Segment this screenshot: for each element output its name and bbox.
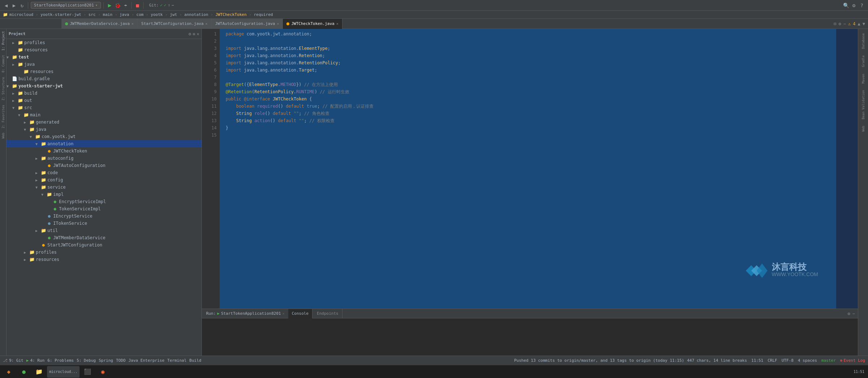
bc-microcloud[interactable]: microcloud bbox=[9, 12, 33, 17]
tab-endpoints[interactable]: Endpoints bbox=[313, 309, 342, 318]
nav-forward-icon[interactable]: ▶ bbox=[11, 2, 17, 9]
nav-up-icon[interactable]: ▲ bbox=[858, 21, 860, 26]
taskbar-postman[interactable]: ◉ bbox=[95, 366, 110, 378]
collapse-icon[interactable]: ≡ bbox=[193, 31, 195, 36]
git-tick-icon[interactable]: ✓ bbox=[164, 3, 166, 8]
settings-icon[interactable]: ⚙ bbox=[851, 2, 857, 9]
run-play-icon[interactable]: ▶ bbox=[217, 311, 220, 316]
taskbar-explorer[interactable]: 📁 bbox=[32, 366, 46, 378]
tab-close-icon[interactable]: ✕ bbox=[205, 22, 208, 26]
tree-item[interactable]: ▼📁annotation bbox=[7, 140, 201, 147]
tree-item[interactable]: ▶📁generated bbox=[7, 119, 201, 126]
close-panel-icon[interactable]: ✕ bbox=[197, 31, 199, 36]
tab-JWTCheckToken[interactable]: JWTCheckToken.java ✕ bbox=[283, 19, 342, 29]
bc-jwtchecktoken[interactable]: JWTCheckToken bbox=[216, 12, 247, 17]
tree-item[interactable]: ▶📁out bbox=[7, 97, 201, 104]
tree-item[interactable]: ▼📁yootk-starter-jwt bbox=[7, 82, 201, 90]
tree-item[interactable]: 📁resources bbox=[7, 68, 201, 75]
tree-item[interactable]: ▶📁profiles bbox=[7, 39, 201, 46]
tree-item[interactable]: ▶📁java bbox=[7, 61, 201, 68]
cog-icon[interactable]: ⚙ bbox=[188, 31, 191, 36]
tab-close-icon[interactable]: ✕ bbox=[277, 22, 279, 26]
run-close-icon[interactable]: ✕ bbox=[282, 312, 285, 315]
tree-item[interactable]: ●ITokenService bbox=[7, 220, 201, 227]
sidebar-tab-structure[interactable]: Z: Structure bbox=[1, 75, 6, 103]
tree-item[interactable]: ▼📁test bbox=[7, 53, 201, 61]
tree-item[interactable]: ▼📁impl bbox=[7, 191, 201, 198]
bottom-settings-icon[interactable]: ⚙ bbox=[848, 311, 850, 316]
tab-close-icon[interactable]: ✕ bbox=[336, 22, 339, 26]
terminal-label[interactable]: Terminal bbox=[167, 358, 187, 363]
tree-item[interactable]: ●EncryptServiceImpl bbox=[7, 198, 201, 205]
bc-annotation[interactable]: annotation bbox=[184, 12, 208, 17]
debug-button[interactable]: 🐞 bbox=[114, 2, 121, 9]
tree-item[interactable]: ●TokenServiceImpl bbox=[7, 205, 201, 212]
right-tab-gradle[interactable]: Gradle bbox=[860, 52, 867, 70]
tree-item[interactable]: ●StartJWTConfiguration bbox=[7, 241, 201, 249]
taskbar-cmd[interactable]: ⬛ bbox=[80, 366, 95, 378]
bc-yootk[interactable]: yootk bbox=[151, 12, 163, 17]
bottom-close-icon[interactable]: − bbox=[852, 311, 855, 316]
bc-main[interactable]: main bbox=[103, 12, 112, 17]
tab-split-icon[interactable]: ⊡ bbox=[834, 21, 836, 26]
tree-item[interactable]: ▶📁util bbox=[7, 227, 201, 234]
tab-collapse-icon[interactable]: − bbox=[843, 21, 846, 26]
tree-item[interactable]: ▶📁code bbox=[7, 169, 201, 176]
nav-back-icon[interactable]: ◀ bbox=[3, 2, 9, 9]
branch-info[interactable]: master bbox=[821, 358, 836, 363]
help-icon[interactable]: ? bbox=[859, 2, 865, 9]
tree-item[interactable]: ▶📁profiles bbox=[7, 249, 201, 256]
taskbar-idea[interactable]: ◆ bbox=[1, 366, 16, 378]
tab-jwTMemberDataService[interactable]: JWTMemberDataService.java ✕ bbox=[61, 19, 138, 29]
bc-jwt[interactable]: jwt bbox=[170, 12, 177, 17]
indent-info[interactable]: 4 spaces bbox=[798, 358, 817, 363]
java-enterprise-label[interactable]: Java Enterprise bbox=[128, 358, 164, 363]
bc-src[interactable]: src bbox=[89, 12, 96, 17]
tree-item[interactable]: ▶📁build bbox=[7, 90, 201, 97]
bc-java[interactable]: java bbox=[120, 12, 129, 17]
refresh-icon[interactable]: ↻ bbox=[19, 2, 25, 9]
taskbar-chrome[interactable]: ● bbox=[17, 366, 31, 378]
tree-item[interactable]: ●IEncryptService bbox=[7, 212, 201, 220]
git-info[interactable]: 9: Git bbox=[9, 358, 24, 363]
tree-item[interactable]: ▶📁config bbox=[7, 176, 201, 184]
tab-settings-icon[interactable]: ⚙ bbox=[839, 21, 841, 26]
run-button[interactable]: ▶ bbox=[106, 2, 113, 9]
right-tab-maven[interactable]: Maven bbox=[860, 71, 867, 86]
tree-item[interactable]: ▼📁java bbox=[7, 126, 201, 133]
tree-item[interactable]: 📄build.gradle bbox=[7, 75, 201, 82]
git-check-icon[interactable]: ✓ bbox=[160, 3, 163, 8]
tab-JWTAutoConfiguration[interactable]: JWTAutoConfiguration.java ✕ bbox=[212, 19, 283, 29]
tree-item[interactable]: ●JWTMemberDataService bbox=[7, 234, 201, 241]
stop-button[interactable]: ■ bbox=[134, 2, 141, 9]
problems-label[interactable]: 6: Problems bbox=[47, 358, 74, 363]
run-status-label[interactable]: 4: Run bbox=[30, 358, 44, 363]
nav-down-icon[interactable]: ▼ bbox=[863, 21, 865, 26]
spring-label[interactable]: Spring bbox=[99, 358, 113, 363]
run-app-name[interactable]: StartTokenApplication8201 bbox=[221, 311, 281, 316]
sidebar-tab-favorites[interactable]: 2: Favorites bbox=[1, 103, 6, 130]
tree-item[interactable]: ▼📁service bbox=[7, 184, 201, 191]
tab-console[interactable]: Console bbox=[288, 309, 312, 318]
bc-starter[interactable]: yootk-starter-jwt bbox=[41, 12, 81, 17]
tab-startJWTConfiguration[interactable]: StartJWTConfiguration.java ✕ bbox=[138, 19, 212, 29]
app-selector[interactable]: StartTokenApplication8201 ▾ bbox=[31, 2, 101, 9]
tab-close-icon[interactable]: ✕ bbox=[132, 22, 134, 26]
coverage-button[interactable]: ☂ bbox=[122, 2, 129, 9]
sidebar-tab-project[interactable]: 1: Project bbox=[1, 29, 6, 53]
sidebar-tab-web[interactable]: Web bbox=[1, 130, 6, 141]
taskbar-app-running[interactable]: microcloud... bbox=[47, 366, 80, 378]
bc-com[interactable]: com bbox=[136, 12, 144, 17]
code-editor[interactable]: package com.yootk.jwt.annotation; import… bbox=[220, 29, 836, 309]
build-label[interactable]: Build bbox=[190, 358, 201, 363]
tree-item[interactable]: ▼📁com.yootk.jwt bbox=[7, 133, 201, 140]
charset-info[interactable]: UTF-8 bbox=[782, 358, 793, 363]
tree-item[interactable]: ▶📁autoconfig bbox=[7, 155, 201, 162]
bc-required[interactable]: required bbox=[254, 12, 273, 17]
right-tab-bean-validation[interactable]: Bean Validation bbox=[860, 87, 867, 122]
tree-item[interactable]: 📁resources bbox=[7, 46, 201, 53]
git-push-icon[interactable]: ↑ bbox=[168, 3, 170, 8]
crlf-info[interactable]: CRLF bbox=[767, 358, 777, 363]
right-tab-database[interactable]: Database bbox=[860, 30, 867, 52]
right-tab-web[interactable]: Web bbox=[860, 123, 867, 134]
